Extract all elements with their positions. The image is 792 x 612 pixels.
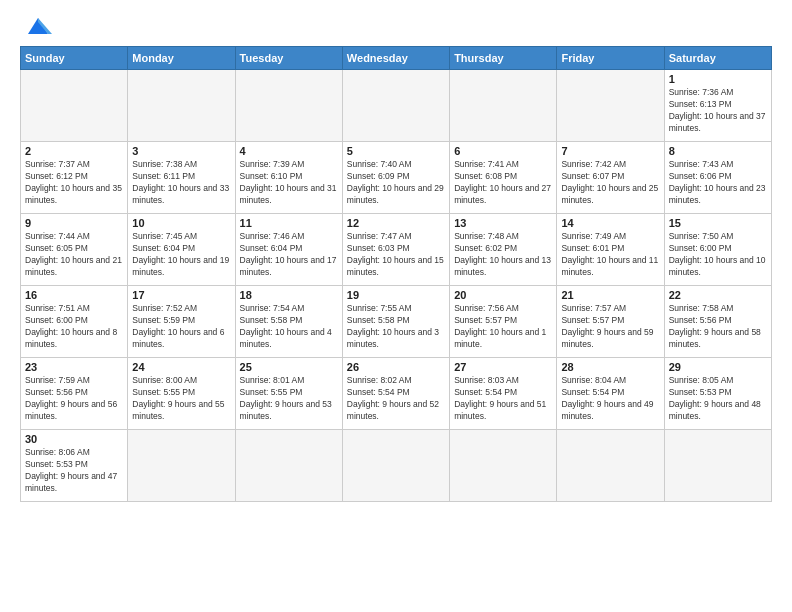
day-detail: Sunrise: 8:00 AMSunset: 5:55 PMDaylight:… (132, 375, 230, 423)
calendar-cell: 17Sunrise: 7:52 AMSunset: 5:59 PMDayligh… (128, 286, 235, 358)
calendar-cell: 15Sunrise: 7:50 AMSunset: 6:00 PMDayligh… (664, 214, 771, 286)
day-detail: Sunrise: 8:03 AMSunset: 5:54 PMDaylight:… (454, 375, 552, 423)
day-detail: Sunrise: 7:55 AMSunset: 5:58 PMDaylight:… (347, 303, 445, 351)
day-number: 8 (669, 145, 767, 157)
day-detail: Sunrise: 7:56 AMSunset: 5:57 PMDaylight:… (454, 303, 552, 351)
calendar-week-5: 23Sunrise: 7:59 AMSunset: 5:56 PMDayligh… (21, 358, 772, 430)
calendar-cell: 9Sunrise: 7:44 AMSunset: 6:05 PMDaylight… (21, 214, 128, 286)
calendar-cell: 19Sunrise: 7:55 AMSunset: 5:58 PMDayligh… (342, 286, 449, 358)
calendar-week-3: 9Sunrise: 7:44 AMSunset: 6:05 PMDaylight… (21, 214, 772, 286)
day-number: 2 (25, 145, 123, 157)
calendar-cell: 11Sunrise: 7:46 AMSunset: 6:04 PMDayligh… (235, 214, 342, 286)
calendar-cell: 22Sunrise: 7:58 AMSunset: 5:56 PMDayligh… (664, 286, 771, 358)
day-detail: Sunrise: 7:36 AMSunset: 6:13 PMDaylight:… (669, 87, 767, 135)
day-number: 6 (454, 145, 552, 157)
day-detail: Sunrise: 7:46 AMSunset: 6:04 PMDaylight:… (240, 231, 338, 279)
calendar-cell: 3Sunrise: 7:38 AMSunset: 6:11 PMDaylight… (128, 142, 235, 214)
day-detail: Sunrise: 7:52 AMSunset: 5:59 PMDaylight:… (132, 303, 230, 351)
day-number: 13 (454, 217, 552, 229)
day-number: 23 (25, 361, 123, 373)
day-detail: Sunrise: 7:45 AMSunset: 6:04 PMDaylight:… (132, 231, 230, 279)
day-number: 25 (240, 361, 338, 373)
day-detail: Sunrise: 7:48 AMSunset: 6:02 PMDaylight:… (454, 231, 552, 279)
calendar-cell: 13Sunrise: 7:48 AMSunset: 6:02 PMDayligh… (450, 214, 557, 286)
calendar-cell: 12Sunrise: 7:47 AMSunset: 6:03 PMDayligh… (342, 214, 449, 286)
day-number: 16 (25, 289, 123, 301)
day-number: 3 (132, 145, 230, 157)
day-number: 12 (347, 217, 445, 229)
calendar-cell: 7Sunrise: 7:42 AMSunset: 6:07 PMDaylight… (557, 142, 664, 214)
calendar-cell (235, 430, 342, 502)
day-detail: Sunrise: 7:50 AMSunset: 6:00 PMDaylight:… (669, 231, 767, 279)
day-number: 1 (669, 73, 767, 85)
day-number: 10 (132, 217, 230, 229)
logo (20, 16, 52, 38)
day-number: 7 (561, 145, 659, 157)
day-number: 19 (347, 289, 445, 301)
calendar-week-2: 2Sunrise: 7:37 AMSunset: 6:12 PMDaylight… (21, 142, 772, 214)
day-number: 11 (240, 217, 338, 229)
calendar-week-4: 16Sunrise: 7:51 AMSunset: 6:00 PMDayligh… (21, 286, 772, 358)
logo-text (20, 16, 52, 38)
calendar-cell: 25Sunrise: 8:01 AMSunset: 5:55 PMDayligh… (235, 358, 342, 430)
day-detail: Sunrise: 7:39 AMSunset: 6:10 PMDaylight:… (240, 159, 338, 207)
day-detail: Sunrise: 7:54 AMSunset: 5:58 PMDaylight:… (240, 303, 338, 351)
calendar-cell: 5Sunrise: 7:40 AMSunset: 6:09 PMDaylight… (342, 142, 449, 214)
calendar-cell (557, 70, 664, 142)
calendar-cell (342, 70, 449, 142)
calendar-table: SundayMondayTuesdayWednesdayThursdayFrid… (20, 46, 772, 502)
calendar-cell: 21Sunrise: 7:57 AMSunset: 5:57 PMDayligh… (557, 286, 664, 358)
day-number: 30 (25, 433, 123, 445)
calendar-cell: 27Sunrise: 8:03 AMSunset: 5:54 PMDayligh… (450, 358, 557, 430)
calendar-cell: 8Sunrise: 7:43 AMSunset: 6:06 PMDaylight… (664, 142, 771, 214)
calendar-cell (450, 430, 557, 502)
day-detail: Sunrise: 7:51 AMSunset: 6:00 PMDaylight:… (25, 303, 123, 351)
day-number: 26 (347, 361, 445, 373)
calendar-week-6: 30Sunrise: 8:06 AMSunset: 5:53 PMDayligh… (21, 430, 772, 502)
calendar-cell: 6Sunrise: 7:41 AMSunset: 6:08 PMDaylight… (450, 142, 557, 214)
calendar-cell (128, 430, 235, 502)
day-detail: Sunrise: 8:04 AMSunset: 5:54 PMDaylight:… (561, 375, 659, 423)
calendar-cell: 14Sunrise: 7:49 AMSunset: 6:01 PMDayligh… (557, 214, 664, 286)
day-detail: Sunrise: 7:58 AMSunset: 5:56 PMDaylight:… (669, 303, 767, 351)
day-number: 28 (561, 361, 659, 373)
day-detail: Sunrise: 7:37 AMSunset: 6:12 PMDaylight:… (25, 159, 123, 207)
day-detail: Sunrise: 8:02 AMSunset: 5:54 PMDaylight:… (347, 375, 445, 423)
day-detail: Sunrise: 8:06 AMSunset: 5:53 PMDaylight:… (25, 447, 123, 495)
day-number: 18 (240, 289, 338, 301)
day-detail: Sunrise: 8:05 AMSunset: 5:53 PMDaylight:… (669, 375, 767, 423)
calendar-cell: 4Sunrise: 7:39 AMSunset: 6:10 PMDaylight… (235, 142, 342, 214)
day-detail: Sunrise: 7:49 AMSunset: 6:01 PMDaylight:… (561, 231, 659, 279)
calendar-cell: 2Sunrise: 7:37 AMSunset: 6:12 PMDaylight… (21, 142, 128, 214)
day-number: 15 (669, 217, 767, 229)
calendar-cell (342, 430, 449, 502)
day-detail: Sunrise: 7:43 AMSunset: 6:06 PMDaylight:… (669, 159, 767, 207)
day-number: 9 (25, 217, 123, 229)
day-number: 24 (132, 361, 230, 373)
calendar-cell (128, 70, 235, 142)
calendar-cell: 28Sunrise: 8:04 AMSunset: 5:54 PMDayligh… (557, 358, 664, 430)
day-number: 27 (454, 361, 552, 373)
calendar-cell (21, 70, 128, 142)
calendar-cell: 29Sunrise: 8:05 AMSunset: 5:53 PMDayligh… (664, 358, 771, 430)
day-number: 4 (240, 145, 338, 157)
calendar-week-1: 1Sunrise: 7:36 AMSunset: 6:13 PMDaylight… (21, 70, 772, 142)
day-detail: Sunrise: 7:59 AMSunset: 5:56 PMDaylight:… (25, 375, 123, 423)
calendar-header-row: SundayMondayTuesdayWednesdayThursdayFrid… (21, 47, 772, 70)
page: SundayMondayTuesdayWednesdayThursdayFrid… (0, 0, 792, 612)
day-detail: Sunrise: 7:44 AMSunset: 6:05 PMDaylight:… (25, 231, 123, 279)
calendar-cell: 20Sunrise: 7:56 AMSunset: 5:57 PMDayligh… (450, 286, 557, 358)
calendar-cell: 30Sunrise: 8:06 AMSunset: 5:53 PMDayligh… (21, 430, 128, 502)
calendar-cell: 26Sunrise: 8:02 AMSunset: 5:54 PMDayligh… (342, 358, 449, 430)
calendar-cell: 23Sunrise: 7:59 AMSunset: 5:56 PMDayligh… (21, 358, 128, 430)
calendar-cell (450, 70, 557, 142)
day-detail: Sunrise: 7:42 AMSunset: 6:07 PMDaylight:… (561, 159, 659, 207)
logo-icon (24, 16, 52, 38)
calendar-cell: 1Sunrise: 7:36 AMSunset: 6:13 PMDaylight… (664, 70, 771, 142)
calendar-header-wednesday: Wednesday (342, 47, 449, 70)
calendar-cell (664, 430, 771, 502)
calendar-cell (235, 70, 342, 142)
calendar-header-tuesday: Tuesday (235, 47, 342, 70)
day-number: 17 (132, 289, 230, 301)
day-detail: Sunrise: 7:41 AMSunset: 6:08 PMDaylight:… (454, 159, 552, 207)
